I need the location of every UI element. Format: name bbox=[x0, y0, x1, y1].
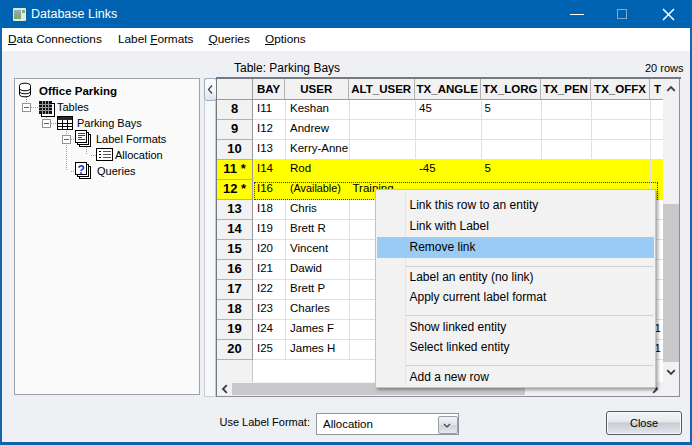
svg-text:?: ? bbox=[78, 163, 85, 177]
